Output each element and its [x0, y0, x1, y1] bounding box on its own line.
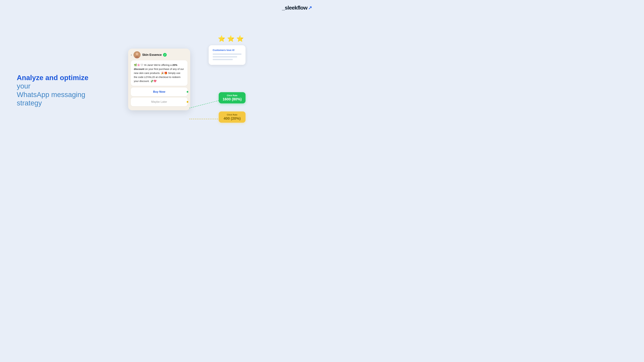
star-2: ⭐: [227, 35, 234, 42]
svg-point-1: [136, 53, 138, 55]
headline-bold: Analyze and optimize: [17, 74, 88, 82]
logo: _sleekflow ↗: [282, 5, 312, 11]
message-bold-text: 20% discount: [134, 63, 177, 70]
yellow-click-rate-card: Click Rate 400 (20%): [219, 111, 246, 123]
main-content-area: ‹ Skin Essence ✓ 🌿🌸: [128, 43, 246, 137]
logo-text: _sleekflow: [282, 5, 308, 11]
yellow-connector-dot: [187, 101, 188, 103]
headline-regular: yourWhatsApp messaging strategy: [17, 82, 85, 107]
star-3: ⭐: [236, 35, 244, 42]
headline: Analyze and optimize yourWhatsApp messag…: [17, 73, 97, 107]
maybe-later-label: Maybe Later: [151, 100, 167, 103]
buy-now-button[interactable]: Buy Now: [131, 87, 188, 96]
green-click-rate-value: 1600 (80%): [222, 97, 242, 101]
logo-arrow-icon: ↗: [308, 5, 312, 10]
yellow-click-rate-value: 400 (20%): [222, 116, 242, 121]
chat-phone: ‹ Skin Essence ✓ 🌿🌸: [128, 49, 190, 110]
chat-name-area: Skin Essence ✓: [142, 53, 167, 57]
verified-badge: ✓: [163, 53, 167, 57]
avatar: [134, 51, 140, 58]
skeleton-line-2: [213, 56, 237, 57]
skeleton-line-1: [213, 53, 242, 55]
love-card-title: Customers love it!: [213, 49, 242, 51]
maybe-later-button[interactable]: Maybe Later: [131, 97, 188, 106]
green-click-rate-card: Click Rate 1600 (80%): [219, 92, 246, 103]
yellow-click-rate-label: Click Rate: [222, 113, 242, 116]
chat-header: ‹ Skin Essence ✓: [131, 51, 188, 60]
buy-now-label: Buy Now: [153, 90, 165, 93]
green-connector-dot: [187, 91, 188, 93]
message-bubble: 🌿🌸🤍 Hi Jane! We're offering a 20% discou…: [131, 60, 188, 86]
green-click-rate-label: Click Rate: [222, 94, 242, 97]
chat-name: Skin Essence: [142, 53, 162, 57]
love-card: Customers love it!: [209, 45, 246, 65]
back-button[interactable]: ‹: [131, 53, 132, 57]
headline-area: Analyze and optimize yourWhatsApp messag…: [17, 73, 97, 107]
skeleton-line-3: [213, 59, 233, 60]
message-text-before: 🌿🌸🤍 Hi Jane! We're offering a 20% discou…: [134, 63, 184, 82]
star-1: ⭐: [218, 35, 226, 42]
stars-row: ⭐ ⭐ ⭐: [218, 35, 244, 42]
svg-line-3: [189, 100, 219, 108]
